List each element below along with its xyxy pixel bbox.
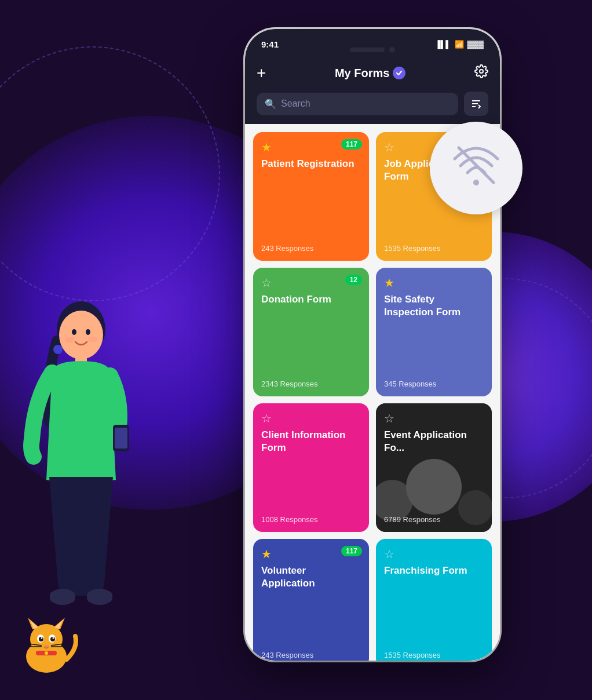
search-icon: 🔍 [265,99,276,110]
form-card-franchising[interactable]: ☆ Franchising Form 1535 Responses [376,539,492,661]
badge-volunteer: 117 [341,546,362,556]
card-title-site-safety: Site Safety Inspection Form [384,293,484,375]
svg-point-26 [53,637,54,639]
person-illustration [0,260,162,665]
header-title: My Forms [335,67,405,80]
card-responses-client-info: 1008 Responses [261,515,361,524]
svg-point-4 [86,329,90,335]
card-responses-patient: 243 Responses [261,244,361,253]
svg-point-3 [72,329,76,335]
form-card-event-application[interactable]: ☆ Event Application Fo... 6789 Responses [376,403,492,532]
star-franchising: ☆ [384,547,484,561]
badge-donation: 12 [345,275,362,285]
wifi-off-circle [430,122,522,214]
card-responses-volunteer: 243 Responses [261,651,361,659]
card-title-volunteer: Volunteer Application [261,564,361,646]
svg-point-34 [480,70,483,73]
battery-icon: ▓▓▓ [467,40,484,49]
card-title-event: Event Application Fo... [384,429,484,511]
wifi-off-icon [450,139,502,198]
search-bar: 🔍 Search [245,92,500,124]
form-card-volunteer[interactable]: 117 ★ Volunteer Application 243 Response… [253,539,369,661]
card-title-franchising: Franchising Form [384,564,484,646]
sort-button[interactable] [464,92,488,116]
card-responses-site-safety: 345 Responses [384,380,484,388]
status-time: 9:41 [261,39,279,49]
form-card-client-info[interactable]: ☆ Client Information Form 1008 Responses [253,403,369,532]
app-header: + My Forms [245,59,500,92]
cat-illustration [12,607,81,677]
wifi-icon: 📶 [455,40,464,49]
phone-notch [335,42,410,58]
settings-button[interactable] [474,64,488,82]
add-button[interactable]: + [257,64,266,82]
svg-point-25 [41,637,43,639]
card-title-donation: Donation Form [261,293,361,375]
card-responses-franchising: 1535 Responses [384,651,484,659]
search-input[interactable]: Search [281,99,310,109]
form-card-site-safety[interactable]: ★ Site Safety Inspection Form 345 Respon… [376,268,492,396]
form-card-donation[interactable]: 12 ☆ Donation Form 2343 Responses [253,268,369,396]
search-input-wrapper[interactable]: 🔍 Search [257,93,458,115]
svg-point-6 [88,337,97,342]
svg-rect-11 [50,591,75,603]
svg-point-5 [65,337,74,342]
svg-point-33 [45,651,48,655]
verified-badge [393,67,405,79]
star-client-info: ☆ [261,411,361,425]
card-title-patient: Patient Registration [261,158,361,239]
svg-point-2 [59,311,103,359]
star-event: ☆ [384,411,484,425]
card-responses-job: 1535 Responses [384,244,484,253]
card-responses-event: 6789 Responses [384,515,484,524]
form-card-patient-registration[interactable]: 117 ★ Patient Registration 243 Responses [253,132,369,261]
status-icons: ▐▌▌ 📶 ▓▓▓ [435,40,484,49]
card-title-client-info: Client Information Form [261,429,361,511]
svg-point-14 [53,345,63,354]
badge-patient: 117 [341,139,362,150]
card-responses-donation: 2343 Responses [261,380,361,388]
star-site-safety: ★ [384,276,484,290]
svg-rect-13 [87,591,112,603]
svg-rect-9 [115,428,127,449]
signal-icon: ▐▌▌ [435,40,451,49]
